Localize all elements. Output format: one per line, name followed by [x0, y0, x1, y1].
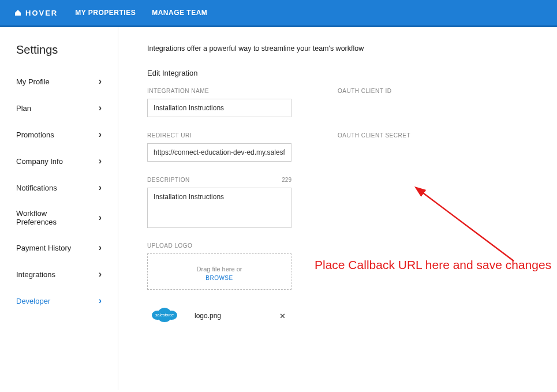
sidebar-item-notifications[interactable]: Notifications ›	[0, 174, 118, 201]
oauth-client-secret-field: OAUTH CLIENT SECRET	[338, 132, 424, 162]
description-counter: 229	[282, 177, 291, 183]
nav-manage-team[interactable]: MANAGE TEAM	[152, 9, 207, 17]
svg-text:salesforce: salesforce	[155, 313, 174, 317]
nav-my-properties[interactable]: MY PROPERTIES	[75, 9, 136, 17]
description-textarea[interactable]	[147, 188, 291, 228]
chevron-right-icon: ›	[99, 242, 102, 253]
brand-name: HOVER	[25, 9, 58, 17]
description-field: DESCRIPTION 229	[147, 177, 528, 228]
sidebar-item-payment-history[interactable]: Payment History ›	[0, 234, 118, 261]
chevron-right-icon: ›	[99, 269, 102, 279]
uploaded-file-name: logo.png	[195, 312, 277, 320]
chevron-right-icon: ›	[99, 296, 102, 306]
chevron-right-icon: ›	[99, 156, 102, 166]
upload-logo-section: UPLOAD LOGO Drag file here or BROWSE sal…	[147, 240, 528, 327]
sidebar-item-my-profile[interactable]: My Profile ›	[0, 68, 118, 95]
sidebar: Settings My Profile › Plan › Promotions …	[0, 27, 118, 390]
sidebar-item-label: Notifications	[16, 184, 57, 192]
intro-text: Integrations offer a powerful way to str…	[147, 44, 528, 53]
redirect-uri-label: REDIRECT URI	[147, 132, 291, 139]
sidebar-item-promotions[interactable]: Promotions ›	[0, 121, 118, 148]
sidebar-item-label: Promotions	[16, 130, 54, 139]
redirect-uri-input[interactable]	[147, 143, 291, 162]
annotation-text: Place Callback URL here and save changes	[315, 258, 551, 272]
sidebar-item-plan[interactable]: Plan ›	[0, 95, 118, 121]
uploaded-file-row: salesforce logo.png ✕	[147, 305, 291, 327]
top-navbar: HOVER MY PROPERTIES MANAGE TEAM	[0, 0, 557, 27]
hover-logo-icon	[14, 9, 22, 17]
sidebar-item-label: Developer	[16, 297, 50, 305]
oauth-client-secret-label: OAUTH CLIENT SECRET	[338, 132, 424, 139]
sidebar-item-label: Workflow Preferences	[16, 209, 80, 226]
chevron-right-icon: ›	[99, 76, 102, 87]
main-content: Integrations offer a powerful way to str…	[118, 27, 557, 390]
sidebar-item-label: Plan	[16, 104, 31, 113]
oauth-client-id-field: OAUTH CLIENT ID	[338, 88, 424, 117]
integration-name-label: INTEGRATION NAME	[147, 88, 291, 94]
integration-name-field: INTEGRATION NAME	[147, 88, 291, 117]
remove-file-button[interactable]: ✕	[277, 309, 288, 323]
chevron-right-icon: ›	[99, 212, 102, 223]
sidebar-title: Settings	[0, 43, 118, 68]
sidebar-item-workflow-preferences[interactable]: Workflow Preferences ›	[0, 201, 118, 234]
sidebar-item-label: Payment History	[16, 244, 71, 252]
sidebar-item-label: My Profile	[16, 77, 50, 86]
sidebar-item-label: Company Info	[16, 157, 63, 166]
browse-button[interactable]: BROWSE	[148, 275, 291, 281]
oauth-client-id-label: OAUTH CLIENT ID	[338, 88, 424, 94]
chevron-right-icon: ›	[99, 182, 102, 193]
chevron-right-icon: ›	[99, 103, 102, 113]
upload-logo-label: UPLOAD LOGO	[147, 242, 192, 249]
sidebar-item-integrations[interactable]: Integrations ›	[0, 261, 118, 288]
sidebar-item-developer[interactable]: Developer ›	[0, 288, 118, 314]
description-label: DESCRIPTION	[147, 177, 190, 183]
redirect-uri-field: REDIRECT URI	[147, 132, 291, 162]
salesforce-logo-icon: salesforce	[151, 305, 178, 327]
edit-integration-title: Edit Integration	[147, 69, 528, 77]
sidebar-item-label: Integrations	[16, 270, 55, 279]
upload-drag-text: Drag file here or	[197, 266, 242, 272]
integration-name-input[interactable]	[147, 99, 291, 117]
sidebar-item-company-info[interactable]: Company Info ›	[0, 148, 118, 174]
brand: HOVER	[14, 9, 58, 17]
chevron-right-icon: ›	[99, 129, 102, 140]
upload-dropzone[interactable]: Drag file here or BROWSE	[147, 253, 291, 290]
